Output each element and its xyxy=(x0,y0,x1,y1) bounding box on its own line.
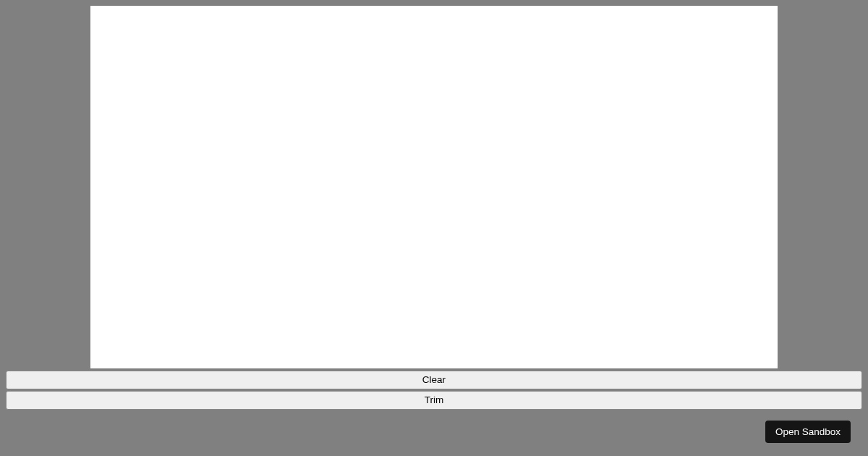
clear-button[interactable]: Clear xyxy=(6,371,862,389)
trim-button[interactable]: Trim xyxy=(6,391,862,410)
button-stack: Clear Trim xyxy=(6,371,862,410)
open-sandbox-button[interactable]: Open Sandbox xyxy=(765,421,851,443)
canvas-area[interactable] xyxy=(90,6,778,368)
